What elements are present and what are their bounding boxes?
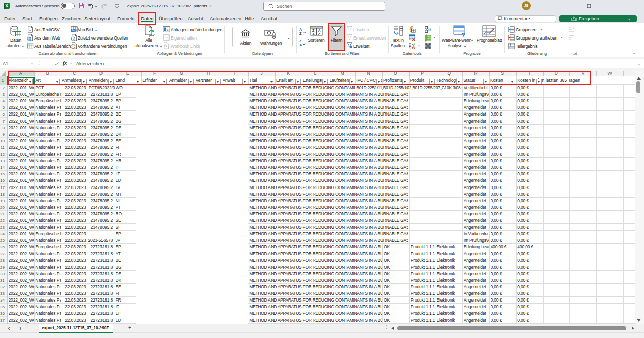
svg-text:Z: Z [318,32,321,36]
svg-text:a: a [29,28,31,32]
svg-text:Z: Z [299,31,302,35]
svg-text:A: A [299,43,302,47]
svg-text:Z: Z [312,29,315,32]
svg-text:A: A [312,32,315,36]
svg-text:X: X [5,3,8,8]
svg-text:A: A [318,29,321,32]
svg-text:?: ? [461,31,465,37]
